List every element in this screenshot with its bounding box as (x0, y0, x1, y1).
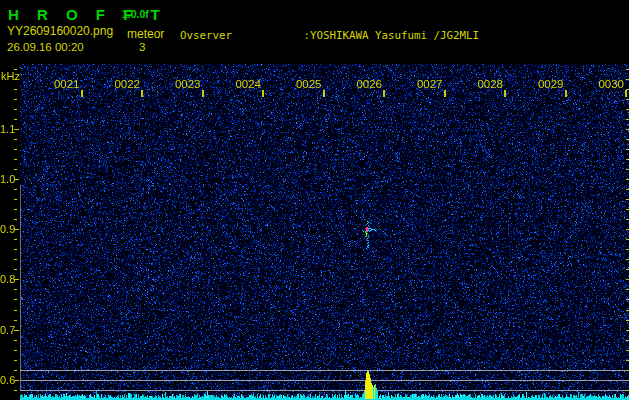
freq-tick-left (14, 89, 17, 90)
y-tick-label-0.8: 0.8 (0, 273, 14, 285)
freq-tick-left (14, 299, 17, 300)
freq-tick-left (14, 350, 17, 351)
x-tick-0024 (262, 90, 264, 97)
x-tick-0028 (504, 90, 506, 97)
x-tick-0029 (565, 90, 567, 97)
x-tick-label-0025: 0025 (290, 78, 322, 90)
x-tick-0021 (81, 90, 83, 97)
x-tick-0027 (444, 90, 446, 97)
x-tick-0023 (202, 90, 204, 97)
axes-layer: kHz 1.11.00.90.80.70.6002100220023002400… (0, 0, 629, 400)
freq-tick-left (14, 259, 17, 260)
x-tick-0022 (141, 90, 143, 97)
x-tick-label-0022: 0022 (108, 78, 140, 90)
x-tick-label-0027: 0027 (411, 78, 443, 90)
freq-tick-left (14, 310, 17, 311)
freq-tick-left (14, 79, 17, 80)
freq-tick-left (14, 109, 17, 110)
freq-tick-left (14, 149, 17, 150)
x-tick-label-0021: 0021 (48, 78, 80, 90)
x-tick-0030 (625, 90, 627, 97)
y-tick-label-1.0: 1.0 (0, 173, 14, 185)
x-tick-label-0024: 0024 (229, 78, 261, 90)
freq-tick-left (14, 370, 17, 371)
x-tick-label-0029: 0029 (532, 78, 564, 90)
freq-tick-left (14, 169, 17, 170)
freq-tick-left (14, 249, 17, 250)
y-tick-label-0.7: 0.7 (0, 324, 14, 336)
freq-tick-left (14, 189, 17, 190)
freq-tick-left (14, 289, 17, 290)
freq-tick-left (14, 69, 17, 70)
y-tick-label-0.9: 0.9 (0, 223, 14, 235)
freq-tick-left (14, 390, 17, 391)
freq-tick-left (14, 209, 17, 210)
y-tick-label-0.6: 0.6 (0, 374, 14, 386)
y-axis-unit-label: kHz (1, 70, 20, 82)
x-tick-label-0030: 0030 (592, 78, 624, 90)
x-tick-0026 (383, 90, 385, 97)
x-tick-label-0023: 0023 (169, 78, 201, 90)
freq-tick-left (14, 139, 17, 140)
freq-tick-left (14, 99, 17, 100)
hrofft-screen: { "header": { "app_title": "H R O F F T"… (0, 0, 629, 400)
y-tick-label-1.1: 1.1 (0, 123, 14, 135)
x-tick-0025 (323, 90, 325, 97)
freq-tick-left (14, 239, 17, 240)
freq-tick-left (14, 119, 17, 120)
x-tick-label-0028: 0028 (471, 78, 503, 90)
freq-tick-left (14, 269, 17, 270)
freq-tick-left (14, 219, 17, 220)
freq-tick-left (14, 360, 17, 361)
freq-tick-left (14, 159, 17, 160)
freq-tick-left (14, 199, 17, 200)
freq-tick-left (14, 320, 17, 321)
freq-tick-left (14, 340, 17, 341)
x-tick-label-0026: 0026 (350, 78, 382, 90)
